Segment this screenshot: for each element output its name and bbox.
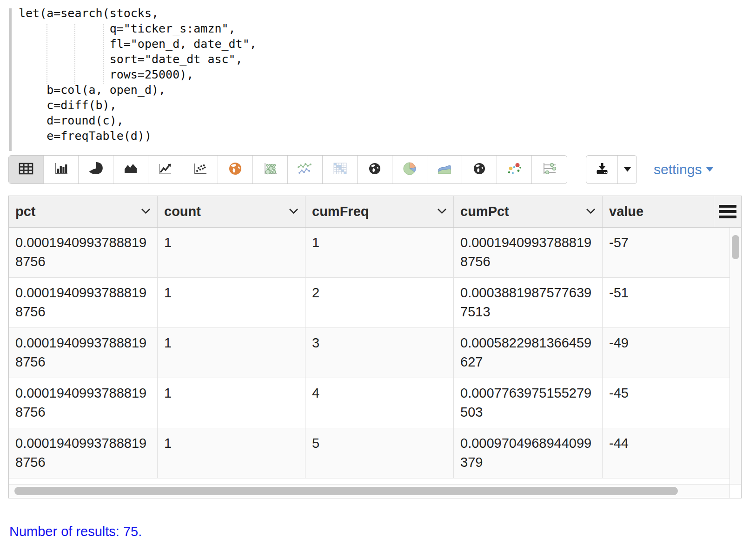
table-row[interactable]: 0.00019409937888198756 1 3 0.00058229813…: [9, 328, 741, 378]
editor-gutter-bar: [9, 8, 12, 151]
cell-pct: 0.00019409937888198756: [9, 428, 158, 478]
cell-count: 1: [158, 378, 305, 428]
download-options-button[interactable]: [618, 156, 637, 183]
column-header-value[interactable]: value: [603, 196, 714, 227]
chevron-down-icon[interactable]: [437, 208, 447, 216]
line-chart-icon: [157, 161, 174, 178]
chart-type-globe-button[interactable]: [358, 156, 392, 183]
chart-type-globe2-button[interactable]: [462, 156, 497, 183]
table-icon: [18, 161, 34, 178]
settings-label: settings: [654, 162, 702, 177]
column-header-cumFreq[interactable]: cumFreq: [305, 196, 454, 227]
cell-pct: 0.00019409937888198756: [9, 378, 158, 428]
cell-cumPct: 0.00038819875776397513: [454, 278, 603, 327]
cell-value: -51: [603, 278, 729, 327]
column-header-pct[interactable]: pct: [9, 196, 158, 227]
globe-orange-icon: [227, 161, 244, 178]
column-header-count[interactable]: count: [158, 196, 305, 227]
scatter-chart-icon: [192, 161, 209, 178]
table-body: 0.00019409937888198756 1 1 0.00019409937…: [9, 228, 741, 484]
cell-value: -44: [603, 428, 729, 478]
area-chart-icon: [122, 161, 139, 178]
cell-value: -45: [603, 378, 729, 428]
cell-cumFreq: 1: [305, 228, 454, 277]
cell-pct: 0.00019409937888198756: [9, 228, 158, 277]
chart-type-multiline-button[interactable]: [288, 156, 323, 183]
indent-guide: [74, 24, 75, 84]
chart-type-bubble-button[interactable]: [253, 156, 288, 183]
caret-down-icon: [706, 165, 714, 174]
cell-cumPct: 0.0007763975155279503: [454, 378, 603, 428]
chart-type-scatter-color-button[interactable]: [497, 156, 532, 183]
chart-type-stacked-area-button[interactable]: [427, 156, 462, 183]
indent-guide: [103, 24, 104, 84]
vertical-scrollbar-thumb[interactable]: [732, 235, 739, 259]
cell-cumFreq: 3: [305, 328, 454, 378]
horizontal-scrollbar-thumb[interactable]: [14, 487, 678, 495]
globe-dark-icon: [366, 161, 383, 178]
caret-down-icon: [624, 165, 631, 174]
column-header-cumPct[interactable]: cumPct: [454, 196, 603, 227]
chart-type-heatmap-button[interactable]: [323, 156, 358, 183]
table-row[interactable]: 0.00019409937888198756 1 4 0.00077639751…: [9, 378, 741, 428]
bubble-grid-icon: [262, 161, 279, 178]
heatmap-icon: [332, 161, 348, 178]
hamburger-icon: [719, 205, 736, 208]
cell-cumFreq: 4: [305, 378, 454, 428]
vertical-scrollbar[interactable]: [729, 228, 741, 484]
stacked-area-icon: [436, 161, 453, 178]
cell-cumFreq: 2: [305, 278, 454, 327]
cell-count: 1: [158, 428, 305, 478]
chart-type-map-button[interactable]: [218, 156, 253, 183]
table-row[interactable]: 0.00019409937888198756 1 5 0.00097049689…: [9, 428, 741, 478]
download-button[interactable]: [586, 156, 618, 183]
parallel-sliders-icon: [541, 161, 558, 178]
download-split-button: [586, 155, 637, 184]
cell-count: 1: [158, 278, 305, 327]
cell-pct: 0.00019409937888198756: [9, 278, 158, 327]
cell-value: -49: [603, 328, 729, 378]
indent-guide: [46, 24, 47, 84]
chart-type-line-button[interactable]: [148, 156, 183, 183]
chart-type-area-button[interactable]: [113, 156, 148, 183]
cell-value: -57: [603, 228, 729, 277]
cell-cumPct: 0.0005822981366459627: [454, 328, 603, 378]
pie-chart-icon: [87, 161, 104, 178]
result-table: pct count cumFreq cumPct value: [8, 196, 742, 498]
table-row[interactable]: 0.00019409937888198756 1 1 0.00019409937…: [9, 228, 741, 278]
cell-cumPct: 0.00019409937888198756: [454, 228, 603, 277]
table-row[interactable]: 0.00019409937888198756 1 2 0.00038819875…: [9, 278, 741, 328]
chart-type-table-button[interactable]: [9, 156, 44, 183]
globe-dark-icon: [471, 161, 488, 178]
results-count-text: Number of results: 75.: [9, 524, 142, 539]
settings-link[interactable]: settings: [654, 155, 714, 184]
scrollbar-corner: [729, 485, 741, 498]
bar-chart-icon: [53, 161, 69, 178]
table-menu-button[interactable]: [714, 196, 741, 227]
multi-line-icon: [297, 161, 313, 178]
table-header-row: pct count cumFreq cumPct value: [9, 196, 741, 228]
cell-count: 1: [158, 228, 305, 277]
cell-cumPct: 0.0009704968944099379: [454, 428, 603, 478]
cell-pct: 0.00019409937888198756: [9, 328, 158, 378]
chart-type-parallel-button[interactable]: [532, 156, 567, 183]
horizontal-scrollbar[interactable]: [9, 484, 741, 498]
code-content[interactable]: let(a=search(stocks, q="ticker_s:amzn", …: [19, 6, 257, 144]
chart-type-bar-button[interactable]: [44, 156, 79, 183]
chevron-down-icon[interactable]: [289, 208, 298, 216]
chart-type-toolbar: [8, 155, 567, 184]
scatter-color-icon: [506, 161, 523, 178]
cell-count: 1: [158, 328, 305, 378]
download-icon: [594, 161, 610, 178]
chart-type-pie-button[interactable]: [79, 156, 113, 183]
cell-cumFreq: 5: [305, 428, 454, 478]
chevron-down-icon[interactable]: [586, 208, 596, 216]
chart-type-scatter-button[interactable]: [183, 156, 218, 183]
chevron-down-icon[interactable]: [141, 208, 151, 216]
pie-color-icon: [401, 161, 418, 178]
chart-type-pie2-button[interactable]: [392, 156, 427, 183]
editor-top-border: [4, 3, 752, 3]
